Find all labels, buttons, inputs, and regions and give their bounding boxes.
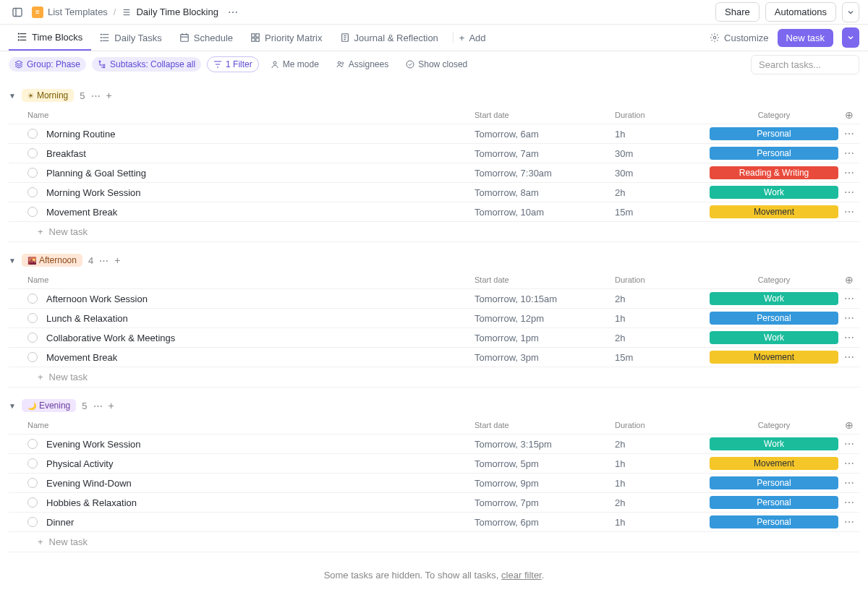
- task-category[interactable]: Work: [709, 292, 839, 305]
- task-duration[interactable]: 2h: [615, 497, 709, 508]
- new-task-row[interactable]: +New task: [9, 221, 859, 242]
- task-name[interactable]: Morning Routine: [46, 129, 475, 140]
- task-row[interactable]: Physical ActivityTomorrow, 5pm1hMovement…: [9, 453, 859, 473]
- task-category[interactable]: Personal: [709, 127, 839, 140]
- clear-filter-link[interactable]: clear filter: [501, 570, 542, 581]
- task-row[interactable]: Morning Work SessionTomorrow, 8am2hWork⋯: [9, 182, 859, 202]
- task-category[interactable]: Personal: [709, 147, 839, 160]
- group-add-task-icon[interactable]: +: [114, 254, 120, 266]
- group-chip[interactable]: Group: Phase: [9, 57, 86, 72]
- page-more-icon[interactable]: ⋯: [224, 4, 242, 21]
- status-circle[interactable]: [27, 352, 38, 362]
- view-tab-journal-reflection[interactable]: Journal & Reflection: [331, 25, 447, 51]
- task-start[interactable]: Tomorrow, 10am: [475, 207, 615, 218]
- task-name[interactable]: Movement Break: [46, 207, 475, 218]
- task-name[interactable]: Planning & Goal Setting: [46, 168, 475, 179]
- row-more-icon[interactable]: ⋯: [839, 497, 859, 508]
- task-duration[interactable]: 2h: [615, 294, 709, 304]
- task-name[interactable]: Lunch & Relaxation: [46, 313, 475, 324]
- col-duration[interactable]: Duration: [615, 111, 709, 119]
- group-more-icon[interactable]: ⋯: [99, 255, 109, 266]
- task-row[interactable]: Hobbies & RelaxationTomorrow, 7pm2hPerso…: [9, 492, 859, 512]
- task-name[interactable]: Movement Break: [46, 352, 475, 363]
- task-row[interactable]: Movement BreakTomorrow, 3pm15mMovement⋯: [9, 347, 859, 367]
- row-more-icon[interactable]: ⋯: [839, 147, 859, 159]
- row-more-icon[interactable]: ⋯: [839, 351, 859, 363]
- col-category[interactable]: Category: [709, 421, 839, 429]
- task-duration[interactable]: 1h: [615, 478, 709, 489]
- task-name[interactable]: Evening Wind-Down: [46, 478, 475, 489]
- task-duration[interactable]: 30m: [615, 168, 709, 179]
- task-start[interactable]: Tomorrow, 6am: [475, 129, 615, 140]
- collapse-sidebar-icon[interactable]: [9, 4, 26, 21]
- task-category[interactable]: Movement: [709, 457, 839, 470]
- row-more-icon[interactable]: ⋯: [839, 477, 859, 489]
- task-start[interactable]: Tomorrow, 10:15am: [475, 294, 615, 304]
- me-mode-chip[interactable]: Me mode: [265, 57, 325, 72]
- status-circle[interactable]: [27, 207, 38, 217]
- task-category[interactable]: Work: [709, 331, 839, 344]
- task-duration[interactable]: 2h: [615, 333, 709, 343]
- new-task-row[interactable]: +New task: [9, 367, 859, 388]
- task-row[interactable]: Planning & Goal SettingTomorrow, 7:30am3…: [9, 163, 859, 182]
- task-name[interactable]: Dinner: [46, 517, 475, 528]
- task-category[interactable]: Movement: [709, 205, 839, 218]
- phase-pill-morning[interactable]: ☀Morning: [22, 89, 74, 102]
- automations-dropdown[interactable]: [842, 2, 859, 22]
- task-category[interactable]: Reading & Writing: [709, 166, 839, 179]
- status-circle[interactable]: [27, 168, 38, 178]
- group-more-icon[interactable]: ⋯: [93, 401, 103, 411]
- phase-pill-evening[interactable]: 🌙Evening: [22, 399, 76, 412]
- task-start[interactable]: Tomorrow, 1pm: [475, 333, 615, 343]
- col-category[interactable]: Category: [709, 111, 839, 119]
- task-start[interactable]: Tomorrow, 5pm: [475, 458, 615, 469]
- task-category[interactable]: Personal: [709, 515, 839, 528]
- task-start[interactable]: Tomorrow, 6pm: [475, 517, 615, 528]
- group-collapse-caret[interactable]: ▼: [9, 92, 16, 100]
- task-row[interactable]: Movement BreakTomorrow, 10am15mMovement⋯: [9, 202, 859, 221]
- row-more-icon[interactable]: ⋯: [839, 516, 859, 528]
- col-duration[interactable]: Duration: [615, 421, 709, 429]
- task-row[interactable]: DinnerTomorrow, 6pm1hPersonal⋯: [9, 512, 859, 531]
- task-duration[interactable]: 1h: [615, 458, 709, 469]
- row-more-icon[interactable]: ⋯: [839, 458, 859, 469]
- task-duration[interactable]: 1h: [615, 129, 709, 140]
- status-circle[interactable]: [27, 148, 38, 158]
- status-circle[interactable]: [27, 294, 38, 304]
- status-circle[interactable]: [27, 497, 38, 508]
- add-view-button[interactable]: +Add: [459, 33, 486, 43]
- task-category[interactable]: Movement: [709, 351, 839, 364]
- automations-button[interactable]: Automations: [765, 2, 836, 22]
- task-name[interactable]: Afternoon Work Session: [46, 294, 475, 304]
- task-duration[interactable]: 2h: [615, 439, 709, 450]
- task-row[interactable]: Collaborative Work & MeetingsTomorrow, 1…: [9, 328, 859, 347]
- task-duration[interactable]: 15m: [615, 352, 709, 363]
- row-more-icon[interactable]: ⋯: [839, 206, 859, 218]
- task-row[interactable]: BreakfastTomorrow, 7am30mPersonal⋯: [9, 143, 859, 163]
- search-input[interactable]: [751, 55, 859, 74]
- col-start[interactable]: Start date: [475, 275, 615, 284]
- col-category[interactable]: Category: [709, 275, 839, 284]
- row-more-icon[interactable]: ⋯: [839, 167, 859, 179]
- task-duration[interactable]: 15m: [615, 207, 709, 218]
- task-name[interactable]: Morning Work Session: [46, 187, 475, 198]
- phase-pill-afternoon[interactable]: 🌇Afternoon: [22, 254, 82, 267]
- row-more-icon[interactable]: ⋯: [839, 187, 859, 198]
- share-button[interactable]: Share: [715, 2, 760, 22]
- group-add-task-icon[interactable]: +: [109, 400, 114, 411]
- breadcrumb-parent[interactable]: ≡ List Templates: [32, 7, 108, 18]
- task-category[interactable]: Personal: [709, 476, 839, 489]
- task-duration[interactable]: 1h: [615, 517, 709, 528]
- breadcrumb-title[interactable]: Daily Time Blocking: [122, 7, 218, 17]
- task-name[interactable]: Hobbies & Relaxation: [46, 497, 475, 508]
- task-start[interactable]: Tomorrow, 8am: [475, 187, 615, 198]
- row-more-icon[interactable]: ⋯: [839, 293, 859, 304]
- add-column-icon[interactable]: ⊕: [845, 274, 854, 286]
- status-circle[interactable]: [27, 313, 38, 323]
- group-add-task-icon[interactable]: +: [106, 90, 112, 101]
- task-start[interactable]: Tomorrow, 12pm: [475, 313, 615, 324]
- task-duration[interactable]: 30m: [615, 148, 709, 159]
- view-tab-daily-tasks[interactable]: Daily Tasks: [91, 25, 171, 51]
- subtasks-chip[interactable]: Subtasks: Collapse all: [92, 57, 201, 72]
- status-circle[interactable]: [27, 129, 38, 139]
